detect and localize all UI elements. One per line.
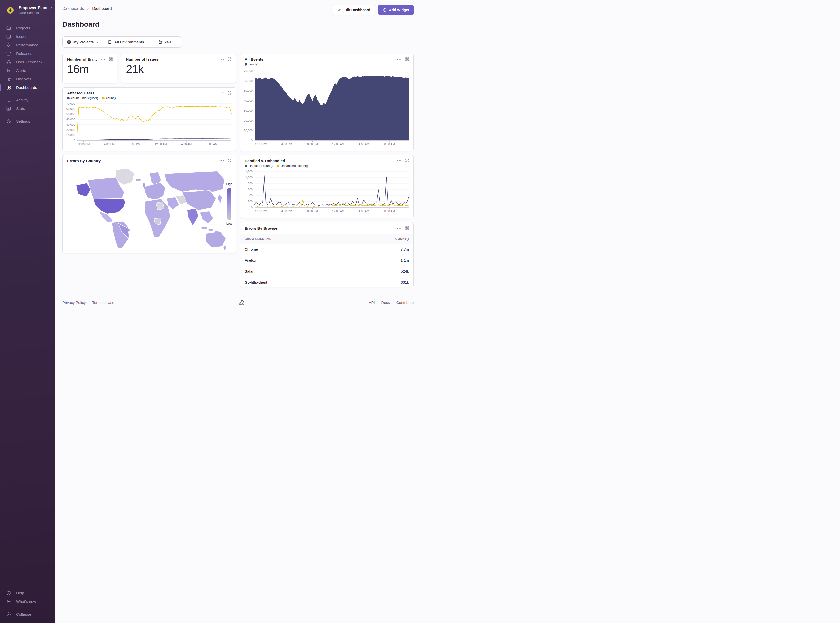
legend-item[interactable]: count() — [245, 63, 258, 66]
sidebar-item-stats[interactable]: Stats — [0, 104, 55, 113]
edit-dashboard-button[interactable]: Edit Dashboard — [333, 5, 375, 15]
sentry-logo-icon — [238, 299, 245, 306]
svg-text:12:00 PM: 12:00 PM — [255, 210, 267, 213]
widget-menu-button[interactable]: ••• — [101, 57, 106, 61]
svg-text:8:00 AM: 8:00 AM — [385, 143, 395, 146]
chevron-right-icon — [86, 7, 90, 11]
sidebar: Empower Plant Jane Schmidt Projects Issu… — [0, 0, 55, 313]
sidebar-item-label: Alerts — [16, 68, 26, 73]
expand-icon[interactable] — [228, 57, 231, 61]
column-header-count[interactable]: COUNT() — [346, 234, 414, 244]
sidebar-item-user-feedback[interactable]: User Feedback — [0, 58, 55, 66]
legend-item[interactable]: Unhandled : count() — [277, 164, 308, 167]
contribute-link[interactable]: Contribute — [397, 300, 414, 304]
expand-icon[interactable] — [109, 57, 113, 61]
expand-icon[interactable] — [406, 159, 409, 163]
widget-affected-users: Affected Users ••• count_unique(user) co… — [63, 87, 236, 151]
map-gradient-bar — [228, 187, 231, 220]
legend-item[interactable]: Handled : count() — [245, 164, 273, 167]
svg-text:60,000: 60,000 — [66, 107, 75, 110]
sidebar-item-label: User Feedback — [16, 60, 43, 64]
sidebar-item-performance[interactable]: Performance — [0, 41, 55, 49]
widget-menu-button[interactable]: ••• — [397, 226, 402, 230]
sidebar-item-discover[interactable]: Discover — [0, 75, 55, 83]
svg-text:30,000: 30,000 — [66, 123, 75, 126]
expand-icon[interactable] — [228, 91, 231, 95]
breadcrumb-dashboards-link[interactable]: Dashboards — [63, 6, 84, 11]
environment-filter[interactable]: All Environments — [103, 37, 154, 48]
svg-text:30,000: 30,000 — [244, 109, 253, 112]
sidebar-item-dashboards[interactable]: Dashboards — [0, 83, 55, 92]
svg-text:50,000: 50,000 — [244, 89, 253, 92]
svg-text:4:00 AM: 4:00 AM — [359, 143, 369, 146]
date-range-filter[interactable]: 24H — [154, 37, 181, 48]
big-number-value: 16m — [67, 63, 113, 75]
expand-icon[interactable] — [406, 57, 409, 61]
sidebar-item-projects[interactable]: Projects — [0, 24, 55, 32]
chevron-down-icon — [174, 41, 177, 44]
sidebar-item-releases[interactable]: Releases — [0, 49, 55, 58]
handled-unhandled-chart: 02004006008001,0001,20012:00 PM4:00 PM8:… — [242, 170, 411, 213]
widget-menu-button[interactable]: ••• — [220, 57, 225, 61]
widget-title: Handled v. Unhandled — [245, 159, 285, 163]
page-title: Dashboard — [63, 20, 414, 29]
breadcrumb: Dashboards Dashboard — [63, 6, 112, 11]
svg-text:0: 0 — [251, 139, 253, 142]
expand-icon[interactable] — [228, 159, 231, 163]
svg-text:8:00 AM: 8:00 AM — [207, 143, 217, 146]
org-switcher[interactable]: Empower Plant Jane Schmidt — [0, 6, 55, 15]
add-widget-button[interactable]: Add Widget — [378, 5, 414, 15]
dashboards-icon — [6, 85, 11, 90]
widget-menu-button[interactable]: ••• — [220, 91, 225, 95]
plus-circle-icon — [383, 8, 387, 12]
widget-number-of-issues: Number of Issues ••• 21k — [121, 54, 236, 83]
svg-text:8:00 AM: 8:00 AM — [385, 210, 395, 213]
docs-link[interactable]: Docs — [382, 300, 390, 304]
world-map[interactable] — [64, 166, 234, 252]
errors-by-browser-table: BROWSER.NAME COUNT() Chrome 7.7m Firefox… — [240, 234, 414, 287]
sidebar-item-label: Projects — [16, 26, 30, 31]
sidebar-item-label: Stats — [16, 106, 25, 111]
org-name: Empower Plant — [19, 6, 48, 11]
expand-icon[interactable] — [406, 226, 409, 230]
series-dot — [67, 97, 70, 100]
sidebar-item-label: Dashboards — [16, 86, 37, 90]
legend-item[interactable]: count() — [102, 97, 116, 100]
svg-text:0: 0 — [74, 139, 75, 142]
svg-text:800: 800 — [248, 182, 253, 185]
legend-item[interactable]: count_unique(user) — [67, 97, 98, 100]
widget-all-events: All Events ••• count() 010,00020,00030,0… — [240, 54, 414, 151]
svg-text:12:00 PM: 12:00 PM — [255, 143, 267, 146]
table-row[interactable]: Chrome 7.7m — [240, 244, 414, 255]
widget-title: Errors By Browser — [245, 226, 279, 230]
environment-icon — [108, 40, 112, 44]
privacy-policy-link[interactable]: Privacy Policy — [63, 300, 86, 304]
api-link[interactable]: API — [369, 300, 375, 304]
sidebar-item-label: Performance — [16, 43, 38, 48]
user-feedback-icon — [6, 60, 11, 65]
org-avatar — [6, 6, 15, 15]
sidebar-item-activity[interactable]: Activity — [0, 96, 55, 104]
page-footer: Privacy Policy Terms of Use API Docs Con… — [63, 293, 414, 313]
widget-menu-button[interactable]: ••• — [220, 159, 225, 163]
widget-menu-button[interactable]: ••• — [397, 57, 402, 61]
sidebar-item-issues[interactable]: Issues — [0, 32, 55, 41]
svg-text:40,000: 40,000 — [244, 99, 253, 102]
column-header-browser-name[interactable]: BROWSER.NAME — [240, 234, 346, 244]
project-folder-icon — [67, 40, 71, 44]
widget-title: All Events — [245, 57, 263, 62]
sidebar-item-settings[interactable]: Settings — [0, 117, 55, 126]
svg-text:1,200: 1,200 — [246, 170, 253, 173]
svg-text:12:00 AM: 12:00 AM — [332, 210, 345, 213]
table-row[interactable]: Firefox 1.1m — [240, 255, 414, 266]
table-row[interactable]: Go-http-client 331k — [240, 277, 414, 287]
map-legend-low: Low — [226, 222, 232, 225]
sidebar-item-alerts[interactable]: Alerts — [0, 66, 55, 75]
widget-menu-button[interactable]: ••• — [397, 159, 402, 163]
terms-of-use-link[interactable]: Terms of Use — [92, 300, 114, 304]
project-filter[interactable]: My Projects — [63, 37, 103, 48]
widget-errors-by-browser: Errors By Browser ••• BROWSER.NAME COUNT… — [240, 222, 414, 287]
svg-text:12:00 PM: 12:00 PM — [77, 143, 90, 146]
table-row[interactable]: Safari 524k — [240, 266, 414, 277]
filter-bar: My Projects All Environments 24H — [63, 37, 181, 48]
